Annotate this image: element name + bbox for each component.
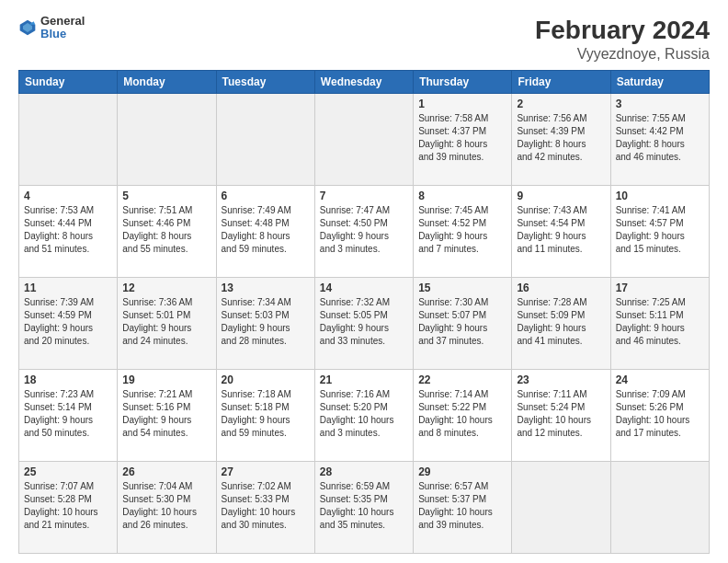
header-day-wednesday: Wednesday (314, 70, 413, 93)
calendar-table: SundayMondayTuesdayWednesdayThursdayFrid… (18, 70, 710, 554)
calendar-cell: 19Sunrise: 7:21 AMSunset: 5:16 PMDayligh… (118, 369, 216, 461)
calendar-cell: 5Sunrise: 7:51 AMSunset: 4:46 PMDaylight… (118, 185, 216, 277)
day-number: 4 (24, 190, 112, 202)
calendar-header: SundayMondayTuesdayWednesdayThursdayFrid… (19, 70, 710, 93)
calendar-cell: 11Sunrise: 7:39 AMSunset: 4:59 PMDayligh… (19, 277, 118, 369)
day-number: 1 (418, 98, 506, 110)
day-info: Sunrise: 7:09 AMSunset: 5:26 PMDaylight:… (616, 388, 704, 440)
logo-blue-text: Blue (40, 28, 85, 40)
calendar-cell: 18Sunrise: 7:23 AMSunset: 5:14 PMDayligh… (19, 369, 118, 461)
week-row-3: 11Sunrise: 7:39 AMSunset: 4:59 PMDayligh… (19, 277, 710, 369)
day-info: Sunrise: 7:47 AMSunset: 4:50 PMDaylight:… (320, 204, 408, 256)
calendar-body: 1Sunrise: 7:58 AMSunset: 4:37 PMDaylight… (19, 93, 710, 553)
calendar-cell (314, 93, 413, 185)
logo: General Blue (18, 15, 85, 41)
header-day-sunday: Sunday (19, 70, 118, 93)
calendar-cell: 22Sunrise: 7:14 AMSunset: 5:22 PMDayligh… (414, 369, 512, 461)
calendar-cell: 2Sunrise: 7:56 AMSunset: 4:39 PMDaylight… (512, 93, 610, 185)
header-day-saturday: Saturday (610, 70, 709, 93)
day-info: Sunrise: 7:21 AMSunset: 5:16 PMDaylight:… (122, 388, 210, 440)
calendar-subtitle: Vyyezdnoye, Russia (535, 46, 710, 63)
calendar-cell: 13Sunrise: 7:34 AMSunset: 5:03 PMDayligh… (216, 277, 314, 369)
calendar-cell: 27Sunrise: 7:02 AMSunset: 5:33 PMDayligh… (216, 461, 314, 553)
day-info: Sunrise: 6:57 AMSunset: 5:37 PMDaylight:… (418, 480, 506, 532)
calendar-cell: 4Sunrise: 7:53 AMSunset: 4:44 PMDaylight… (19, 185, 118, 277)
calendar-cell (216, 93, 314, 185)
header-day-thursday: Thursday (414, 70, 512, 93)
day-number: 6 (222, 190, 310, 202)
day-number: 2 (517, 98, 605, 110)
day-number: 5 (122, 190, 210, 202)
day-number: 28 (320, 465, 408, 478)
calendar-cell: 10Sunrise: 7:41 AMSunset: 4:57 PMDayligh… (610, 185, 709, 277)
day-info: Sunrise: 7:45 AMSunset: 4:52 PMDaylight:… (418, 204, 506, 256)
calendar-cell (19, 93, 118, 185)
title-block: February 2024 Vyyezdnoye, Russia (535, 15, 710, 63)
calendar-cell: 15Sunrise: 7:30 AMSunset: 5:07 PMDayligh… (414, 277, 512, 369)
day-info: Sunrise: 7:14 AMSunset: 5:22 PMDaylight:… (418, 388, 506, 440)
day-number: 10 (616, 190, 704, 202)
header-row: SundayMondayTuesdayWednesdayThursdayFrid… (19, 70, 710, 93)
day-number: 23 (517, 373, 605, 386)
week-row-1: 1Sunrise: 7:58 AMSunset: 4:37 PMDaylight… (19, 93, 710, 185)
day-number: 11 (24, 282, 112, 294)
day-number: 17 (616, 282, 704, 294)
calendar-cell: 1Sunrise: 7:58 AMSunset: 4:37 PMDaylight… (414, 93, 512, 185)
logo-general-text: General (40, 15, 85, 28)
week-row-5: 25Sunrise: 7:07 AMSunset: 5:28 PMDayligh… (19, 461, 710, 553)
day-number: 22 (418, 373, 506, 386)
day-number: 19 (122, 373, 210, 386)
logo-icon (18, 18, 37, 37)
calendar-cell: 8Sunrise: 7:45 AMSunset: 4:52 PMDaylight… (414, 185, 512, 277)
day-number: 25 (24, 465, 112, 478)
day-number: 29 (418, 465, 506, 478)
calendar-cell (118, 93, 216, 185)
day-number: 21 (320, 373, 408, 386)
day-number: 12 (122, 282, 210, 294)
day-number: 27 (222, 465, 310, 478)
day-number: 16 (517, 282, 605, 294)
day-number: 8 (418, 190, 506, 202)
calendar-cell: 24Sunrise: 7:09 AMSunset: 5:26 PMDayligh… (610, 369, 709, 461)
day-number: 9 (517, 190, 605, 202)
day-info: Sunrise: 6:59 AMSunset: 5:35 PMDaylight:… (320, 480, 408, 532)
calendar-cell: 23Sunrise: 7:11 AMSunset: 5:24 PMDayligh… (512, 369, 610, 461)
calendar-cell: 14Sunrise: 7:32 AMSunset: 5:05 PMDayligh… (314, 277, 413, 369)
day-number: 7 (320, 190, 408, 202)
day-number: 3 (616, 98, 704, 110)
day-info: Sunrise: 7:56 AMSunset: 4:39 PMDaylight:… (517, 112, 605, 164)
week-row-4: 18Sunrise: 7:23 AMSunset: 5:14 PMDayligh… (19, 369, 710, 461)
header: General Blue February 2024 Vyyezdnoye, R… (18, 15, 710, 63)
day-info: Sunrise: 7:36 AMSunset: 5:01 PMDaylight:… (122, 296, 210, 348)
day-info: Sunrise: 7:28 AMSunset: 5:09 PMDaylight:… (517, 296, 605, 348)
day-number: 13 (222, 282, 310, 294)
calendar-cell: 12Sunrise: 7:36 AMSunset: 5:01 PMDayligh… (118, 277, 216, 369)
day-info: Sunrise: 7:58 AMSunset: 4:37 PMDaylight:… (418, 112, 506, 164)
day-number: 26 (122, 465, 210, 478)
day-number: 14 (320, 282, 408, 294)
day-info: Sunrise: 7:49 AMSunset: 4:48 PMDaylight:… (222, 204, 310, 256)
calendar-cell: 29Sunrise: 6:57 AMSunset: 5:37 PMDayligh… (414, 461, 512, 553)
day-info: Sunrise: 7:53 AMSunset: 4:44 PMDaylight:… (24, 204, 112, 256)
day-info: Sunrise: 7:07 AMSunset: 5:28 PMDaylight:… (24, 480, 112, 532)
calendar-cell: 26Sunrise: 7:04 AMSunset: 5:30 PMDayligh… (118, 461, 216, 553)
calendar-cell: 16Sunrise: 7:28 AMSunset: 5:09 PMDayligh… (512, 277, 610, 369)
day-info: Sunrise: 7:34 AMSunset: 5:03 PMDaylight:… (222, 296, 310, 348)
day-number: 15 (418, 282, 506, 294)
header-day-monday: Monday (118, 70, 216, 93)
day-info: Sunrise: 7:11 AMSunset: 5:24 PMDaylight:… (517, 388, 605, 440)
day-info: Sunrise: 7:02 AMSunset: 5:33 PMDaylight:… (222, 480, 310, 532)
calendar-cell: 9Sunrise: 7:43 AMSunset: 4:54 PMDaylight… (512, 185, 610, 277)
calendar-cell: 20Sunrise: 7:18 AMSunset: 5:18 PMDayligh… (216, 369, 314, 461)
header-day-tuesday: Tuesday (216, 70, 314, 93)
calendar-cell: 25Sunrise: 7:07 AMSunset: 5:28 PMDayligh… (19, 461, 118, 553)
page: General Blue February 2024 Vyyezdnoye, R… (0, 0, 728, 563)
day-info: Sunrise: 7:32 AMSunset: 5:05 PMDaylight:… (320, 296, 408, 348)
day-info: Sunrise: 7:30 AMSunset: 5:07 PMDaylight:… (418, 296, 506, 348)
day-info: Sunrise: 7:04 AMSunset: 5:30 PMDaylight:… (122, 480, 210, 532)
day-info: Sunrise: 7:16 AMSunset: 5:20 PMDaylight:… (320, 388, 408, 440)
calendar-cell: 6Sunrise: 7:49 AMSunset: 4:48 PMDaylight… (216, 185, 314, 277)
logo-text: General Blue (40, 15, 85, 41)
day-info: Sunrise: 7:43 AMSunset: 4:54 PMDaylight:… (517, 204, 605, 256)
calendar-cell: 21Sunrise: 7:16 AMSunset: 5:20 PMDayligh… (314, 369, 413, 461)
